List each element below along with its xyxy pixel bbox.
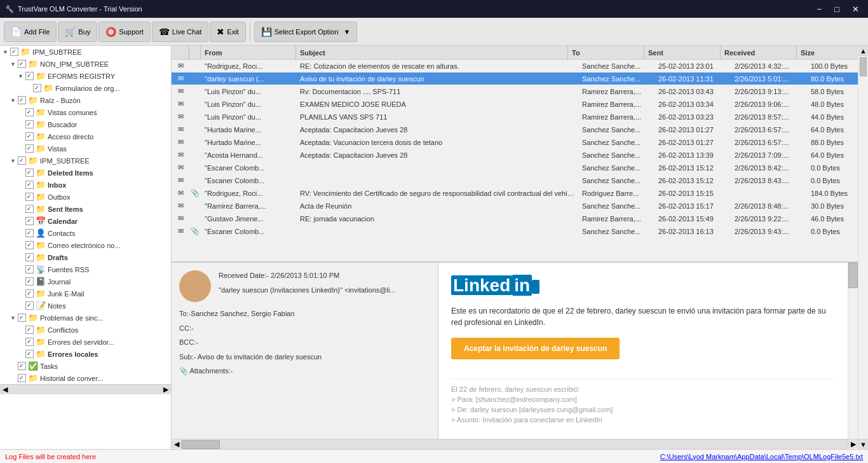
tree-checkbox[interactable] [25,193,34,201]
tree-checkbox[interactable] [10,48,18,56]
table-row[interactable]: ✉"Luis Pinzon" du...Rv: Documentacion ..… [172,85,858,98]
sidebar-item-acceso_directo[interactable]: 📁Acceso directo [0,130,171,142]
tree-checkbox[interactable] [25,205,34,213]
tree-expander[interactable]: ▼ [10,158,17,164]
sidebar-scroll-left[interactable]: ◀ [3,385,8,394]
support-button[interactable]: ⭕ Support [98,22,151,42]
tree-checkbox[interactable] [25,277,34,286]
buy-button[interactable]: 🛒 Buy [58,22,97,42]
sidebar-item-calendar[interactable]: 📅Calendar [0,215,171,227]
sidebar-item-deleted_items[interactable]: 📁Deleted Items [0,167,171,179]
sidebar-item-correo[interactable]: 📁Correo electrónico no... [0,239,171,251]
tree-checkbox[interactable] [25,253,34,261]
log-file-link[interactable]: C:\Users\Lyod Marknam\AppData\Local\Temp… [660,453,863,460]
sidebar-item-ipm_subtree2[interactable]: ▼📁IPM_SUBTREE [0,155,171,167]
tree-checkbox[interactable] [18,60,26,68]
th-size[interactable]: Size [797,46,848,59]
table-row[interactable]: ✉"Escaner Colomb...Sanchez Sanche...26-0… [172,162,858,174]
tree-checkbox[interactable] [25,350,34,358]
tree-checkbox[interactable] [25,326,34,334]
accept-invitation-button[interactable]: Aceptar la invitación de darley suescun [451,338,620,359]
table-row[interactable]: ✉"Luis Pinzon" du...PLANILLAS VANS SPS 7… [172,111,858,123]
tree-checkbox[interactable] [25,241,34,249]
table-row[interactable]: ✉"Rodriguez, Roci...RE: Cotizacion de el… [172,60,858,73]
th-subject[interactable]: Subject [296,46,568,59]
tree-checkbox[interactable] [25,301,34,310]
sidebar-item-raiz_buzon[interactable]: ▼📁Raíz - Buzón [0,94,171,106]
tree-checkbox[interactable] [25,289,34,298]
sidebar-item-vistas_comunes[interactable]: 📁Vistas comunes [0,106,171,118]
th-from[interactable]: From [201,46,296,59]
sidebar-item-non_ipm_subtree[interactable]: ▼📁NON_IPM_SUBTREE [0,58,171,70]
tree-expander[interactable]: ▼ [10,61,17,67]
tree-checkbox[interactable] [25,132,34,141]
select-export-button[interactable]: 💾 Select Export Option ▼ [254,22,358,42]
tree-expander[interactable]: ▼ [18,73,24,79]
scroll-up-btn[interactable]: ▲ [858,46,868,56]
tree-checkbox[interactable] [25,169,34,177]
sidebar-item-fuentes_rss[interactable]: 📡Fuentes RSS [0,263,171,275]
sidebar-item-journal[interactable]: 📓Journal [0,275,171,287]
tree-checkbox[interactable] [25,229,34,237]
table-row[interactable]: ✉"Escaner Colomb...Sanchez Sanche...26-0… [172,174,858,187]
sidebar-item-eforms_registry[interactable]: ▼📁EFORMS REGISTRY [0,70,171,82]
table-row[interactable]: ✉📎"Rodriguez, Roci...RV: Vencimiento del… [172,187,858,200]
tree-checkbox[interactable] [18,96,26,104]
table-row[interactable]: ✉"Gustavo Jimene...RE: jornada vacunacio… [172,212,858,225]
tree-checkbox[interactable] [18,156,26,165]
tree-checkbox[interactable] [25,72,34,80]
sidebar-item-historial[interactable]: 📁Historial de conver... [0,372,171,384]
tree-checkbox[interactable] [18,374,26,382]
sidebar[interactable]: ▼📁IPM_SUBTREE▼📁NON_IPM_SUBTREE▼📁EFORMS R… [0,46,172,449]
maximize-button[interactable]: □ [831,3,843,15]
tree-checkbox[interactable] [33,84,41,92]
sidebar-item-sent_items[interactable]: 📁Sent Items [0,203,171,215]
tree-checkbox[interactable] [25,108,34,116]
tree-expander[interactable]: ▼ [3,49,9,55]
tree-checkbox[interactable] [25,265,34,273]
sidebar-item-problemas[interactable]: ▼📁Problemas de sinc... [0,312,171,324]
sidebar-item-inbox[interactable]: 📁Inbox [0,179,171,191]
table-row[interactable]: ✉"Ramirez Barrera,...Acta de ReuniónSanc… [172,200,858,212]
tree-expander[interactable]: ▼ [10,315,17,321]
sidebar-item-conflictos[interactable]: 📁Conflictos [0,324,171,336]
titlebar-controls[interactable]: − □ ✕ [813,3,863,15]
sidebar-item-buscador[interactable]: 📁Buscador [0,118,171,130]
tree-checkbox[interactable] [25,120,34,128]
tree-checkbox[interactable] [18,314,26,322]
scroll-down-btn[interactable]: ▼ [858,439,868,449]
main-right-scrollbar[interactable]: ▲ ▼ [858,46,868,449]
tree-expander[interactable]: ▼ [10,97,17,104]
tree-checkbox[interactable] [18,362,26,370]
exit-button[interactable]: ✖ Exit [210,22,245,42]
table-row[interactable]: ✉"Luis Pinzon" du...EXAMEN MEDICO JOSE R… [172,98,858,111]
th-sent[interactable]: Sent [644,46,721,59]
tree-checkbox[interactable] [25,144,34,153]
tree-checkbox[interactable] [25,338,34,346]
sidebar-item-drafts[interactable]: 📁Drafts [0,251,171,263]
sidebar-item-vistas[interactable]: 📁Vistas [0,142,171,155]
th-received[interactable]: Received [721,46,797,59]
minimize-button[interactable]: − [813,3,826,15]
scroll-right-btn[interactable]: ▶ [848,440,858,448]
add-file-button[interactable]: 📄 Add File [4,22,57,42]
bottom-scrollbar[interactable]: ◀ ▶ [172,439,858,449]
tree-checkbox[interactable] [25,217,34,225]
sidebar-item-contacts[interactable]: 👤Contacts [0,227,171,239]
sidebar-item-errores_servidor[interactable]: 📁Errores del servidor... [0,336,171,348]
sidebar-scroll-right[interactable]: ▶ [163,385,168,394]
tree-checkbox[interactable] [25,181,34,189]
preview-right-scrollbar[interactable] [848,263,858,439]
table-row[interactable]: ✉"Acosta Hernand...Aceptada: Capacitacio… [172,149,858,162]
table-row[interactable]: ✉"Hurtado Marine...Aceptada: Vacunacion … [172,136,858,149]
sidebar-item-ipm_subtree[interactable]: ▼📁IPM_SUBTREE [0,46,171,58]
sidebar-item-notes[interactable]: 📝Notes [0,300,171,312]
table-row[interactable]: ✉📎"Escaner Colomb...Sanchez Sanche...26-… [172,225,858,238]
sidebar-item-outbox[interactable]: 📁Outbox [0,191,171,203]
sidebar-item-tasks[interactable]: ✅Tasks [0,360,171,372]
live-chat-button[interactable]: ☎ Live Chat [152,22,208,42]
sidebar-item-errores_locales[interactable]: 📁Errores locales [0,348,171,360]
table-row[interactable]: ✉"darley suescun (...Aviso de tu invitac… [172,73,858,85]
scroll-left-btn[interactable]: ◀ [172,440,182,448]
table-row[interactable]: ✉"Hurtado Marine...Aceptada: Capacitacio… [172,123,858,136]
